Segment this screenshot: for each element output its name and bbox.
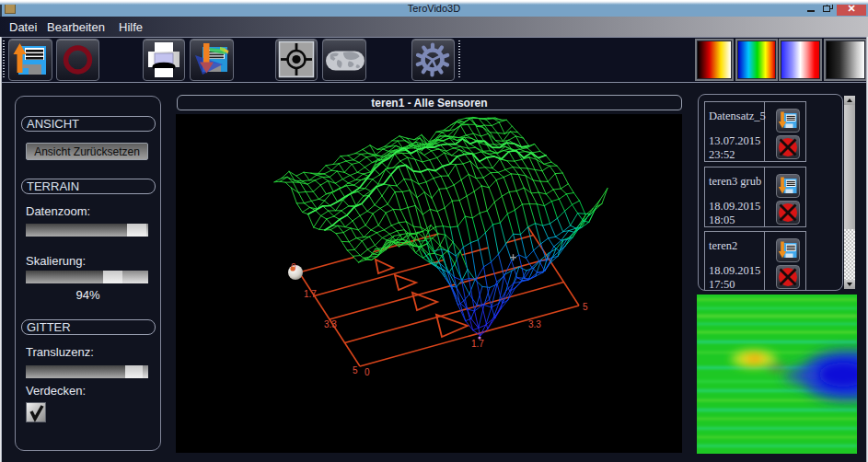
svg-text:5: 5 <box>583 302 588 312</box>
svg-text:3.3: 3.3 <box>324 319 337 329</box>
svg-text:1.7: 1.7 <box>471 339 484 349</box>
svg-text:3.3: 3.3 <box>528 319 541 329</box>
svg-text:1.7: 1.7 <box>304 289 317 299</box>
svg-text:0: 0 <box>291 262 296 272</box>
svg-text:5: 5 <box>353 365 358 375</box>
svg-text:0: 0 <box>365 367 370 377</box>
